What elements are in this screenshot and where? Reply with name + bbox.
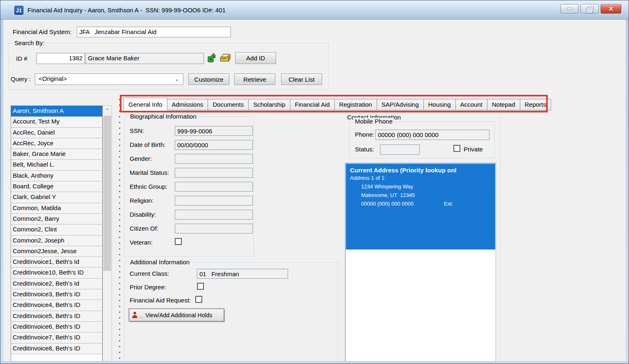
list-item[interactable]: Common2, Joseph bbox=[11, 236, 102, 246]
system-field[interactable]: JFA Jenzabar Financial Aid bbox=[77, 27, 231, 37]
clear-list-button[interactable]: Clear List bbox=[281, 73, 322, 85]
bio-field-label: Citizen Of: bbox=[130, 225, 158, 232]
list-item[interactable]: Common2, Clint bbox=[11, 224, 102, 235]
bio-field-value bbox=[175, 210, 253, 220]
restore-icon bbox=[587, 7, 592, 11]
fa-request-label: Financial Aid Request: bbox=[130, 297, 191, 304]
list-item[interactable]: Common2Jesse, Jesse bbox=[11, 246, 102, 257]
address-subheader: Address 1 of 1: bbox=[350, 175, 491, 181]
tab-general-info[interactable]: General Info bbox=[124, 98, 167, 110]
retrieve-button[interactable]: Retrieve bbox=[234, 73, 275, 85]
private-label: Private bbox=[464, 146, 483, 153]
current-class-field: 01 Freshman bbox=[197, 269, 288, 279]
list-item[interactable]: Common, Matilda bbox=[11, 203, 102, 214]
list-scrollbar[interactable]: ⌃ bbox=[103, 105, 112, 363]
current-class-label: Current Class: bbox=[130, 270, 169, 277]
customize-button[interactable]: Customize bbox=[188, 73, 229, 85]
list-item[interactable]: Board, College bbox=[11, 181, 102, 192]
close-button[interactable]: ✕ bbox=[601, 4, 621, 14]
bio-field-label: Ethnic Group: bbox=[130, 183, 167, 190]
tab-sap-advising[interactable]: SAP/Advising bbox=[377, 99, 424, 110]
bio-field-value bbox=[175, 168, 253, 178]
query-dropdown[interactable]: <Original> ⌄ bbox=[35, 73, 183, 85]
minimize-button[interactable] bbox=[560, 4, 579, 14]
holds-button-dots: ... bbox=[139, 314, 144, 319]
prior-degree-checkbox[interactable] bbox=[197, 283, 204, 290]
query-dropdown-value: <Original> bbox=[39, 75, 67, 82]
bio-field-value: 999-99-0006 bbox=[175, 126, 253, 136]
app-logo-icon: J1 bbox=[14, 6, 23, 15]
tab-documents[interactable]: Documents bbox=[208, 99, 249, 110]
view-add-holds-label: View/Add Additional Holds bbox=[145, 312, 212, 318]
address-selected-item[interactable]: Current Address (Priority lookup onl Add… bbox=[346, 164, 495, 250]
scroll-up-icon[interactable]: ⌃ bbox=[103, 106, 112, 115]
list-item[interactable]: Common2, Barry bbox=[11, 214, 102, 224]
private-checkbox[interactable] bbox=[453, 145, 460, 152]
mobile-phone-group: Mobile Phone Phone: 00000 (000) 000 0000… bbox=[349, 121, 495, 158]
unlock-icon[interactable] bbox=[207, 53, 218, 64]
bio-group: Biographical Information SSN:999-99-0006… bbox=[124, 117, 254, 256]
add-id-button[interactable]: Add ID bbox=[235, 52, 276, 64]
bio-field-label: Disability: bbox=[130, 211, 156, 218]
mobile-phone-group-title: Mobile Phone bbox=[353, 118, 394, 125]
window-border-bottom bbox=[0, 361, 629, 364]
splitter-handle[interactable] bbox=[119, 99, 120, 364]
list-item[interactable]: CreditInvoice8, Beth's ID bbox=[11, 343, 102, 354]
student-name-field: Grace Marie Baker bbox=[85, 53, 204, 64]
bio-field-label: Religion: bbox=[130, 197, 153, 204]
window-controls: ✕ bbox=[560, 4, 621, 14]
close-icon: ✕ bbox=[608, 6, 614, 12]
tab-registration[interactable]: Registration bbox=[335, 99, 377, 110]
query-label: Query : bbox=[11, 76, 31, 82]
window-border-left bbox=[0, 0, 3, 364]
list-item[interactable]: Baker, Grace Marie bbox=[11, 149, 102, 160]
list-item[interactable]: Belt, Michael L. bbox=[11, 160, 102, 170]
list-item[interactable]: CreditInvoice10, Beth's ID bbox=[11, 268, 102, 278]
tab-account[interactable]: Account bbox=[456, 99, 487, 110]
address-phone: 00000 (000) 000 0000 bbox=[361, 201, 414, 207]
additional-group-title: Additional Information bbox=[128, 259, 191, 266]
veteran-label: Veteran: bbox=[130, 239, 153, 246]
list-item[interactable]: Clark, Gabriel Y bbox=[11, 192, 102, 203]
search-by-group-title: Search By: bbox=[13, 39, 46, 46]
address-line2: Makesome, UT 12345 bbox=[361, 192, 491, 198]
bio-field-label: Gender: bbox=[130, 155, 152, 162]
bio-field-value bbox=[175, 182, 253, 192]
list-item[interactable]: AccRec, Daniel bbox=[11, 128, 102, 138]
address-listbox[interactable]: Current Address (Priority lookup onl Add… bbox=[345, 163, 496, 363]
address-header: Current Address (Priority lookup onl bbox=[350, 167, 491, 174]
list-item[interactable]: CreditInvoice7, Beth's ID bbox=[11, 332, 102, 343]
bio-field-label: SSN: bbox=[130, 127, 144, 134]
fa-request-checkbox[interactable] bbox=[195, 296, 202, 303]
tab-notepad[interactable]: Notepad bbox=[487, 99, 520, 110]
status-field bbox=[380, 144, 420, 155]
list-item[interactable]: CreditInvoice3, Beth's ID bbox=[11, 289, 102, 300]
list-item[interactable]: Black, Anthony bbox=[11, 171, 102, 181]
tab-financial-aid[interactable]: Financial Aid bbox=[290, 99, 335, 110]
list-item[interactable]: Account, Test My bbox=[11, 117, 102, 127]
system-label: Financial Aid System: bbox=[13, 28, 71, 35]
bio-field-value bbox=[175, 154, 253, 164]
list-item[interactable]: CreditInvoice1, Beth's Id bbox=[11, 257, 102, 268]
list-item[interactable]: AccRec, Joyce bbox=[11, 138, 102, 149]
printer-icon[interactable] bbox=[219, 53, 231, 64]
address-line3: 00000 (000) 000 0000 Ext: bbox=[361, 201, 491, 207]
tab-reports[interactable]: Reports bbox=[520, 99, 551, 110]
id-input[interactable]: 1382 bbox=[37, 53, 85, 64]
view-add-holds-button[interactable]: ... View/Add Additional Holds bbox=[129, 309, 224, 321]
status-label: Status: bbox=[355, 146, 374, 153]
phone-field: 00000 (000) 000 0000 bbox=[375, 130, 489, 140]
list-item[interactable]: CreditInvoice2, Beth's Id bbox=[11, 279, 102, 289]
scrollbar-thumb[interactable] bbox=[103, 116, 111, 271]
tab-admissions[interactable]: Admissions bbox=[167, 99, 208, 110]
tab-housing[interactable]: Housing bbox=[424, 99, 456, 110]
bio-field-label: Date of Birth: bbox=[130, 141, 166, 148]
restore-button[interactable] bbox=[581, 4, 599, 14]
list-item[interactable]: Aaron, Smithson A bbox=[11, 106, 102, 117]
bio-field-value bbox=[175, 196, 253, 206]
list-item[interactable]: CreditInvoice4, Beth's ID bbox=[11, 300, 102, 311]
veteran-checkbox[interactable] bbox=[175, 238, 182, 245]
list-item[interactable]: CreditInvoice5, Beth's ID bbox=[11, 311, 102, 322]
list-item[interactable]: CreditInvoice6, Beth's ID bbox=[11, 322, 102, 332]
tab-scholarship[interactable]: Scholarship bbox=[249, 99, 290, 110]
